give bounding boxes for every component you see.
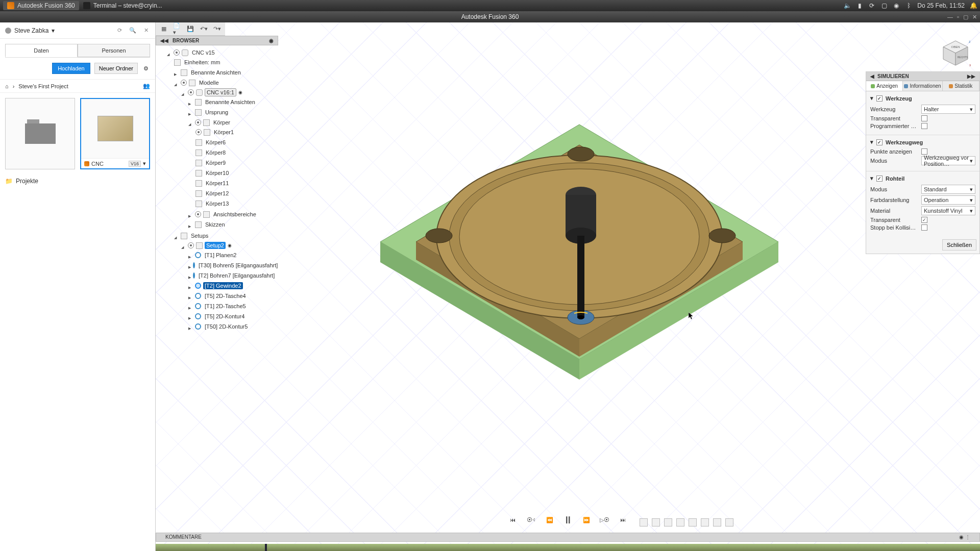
prev-op-icon[interactable]: ⦿◁ [526, 514, 537, 525]
tree-origin[interactable]: Ursprung [188, 108, 276, 117]
tree-body[interactable]: Körper1 [195, 128, 276, 137]
checkbox-toolpath[interactable]: ✓ [876, 139, 883, 145]
breadcrumb-project[interactable]: Steve's First Project [18, 83, 68, 89]
maximize-button[interactable]: ▢ [963, 14, 968, 20]
select-stock-mode[interactable]: Standard▾ [921, 185, 975, 194]
network-icon[interactable]: ◉ [893, 2, 900, 9]
notifications-icon[interactable]: 🔔 [970, 2, 977, 9]
tab-people[interactable]: Personen [78, 44, 150, 57]
checkbox-stock-transparent[interactable]: ✓ [921, 217, 927, 223]
timeline[interactable] [156, 544, 980, 551]
tree-units[interactable]: Einheiten: mm [174, 58, 276, 67]
tree-named-views-2[interactable]: Benannte Ansichten [188, 97, 276, 107]
tree-body[interactable]: Körper13 [195, 199, 276, 208]
checkbox-stop-collision[interactable] [921, 224, 927, 231]
viewport[interactable]: ▦ 📄▾ 💾 ↶▾ ↷▾ ◀◀ BROWSER ◉ CNC v15 Einhei… [156, 22, 980, 551]
tab-data[interactable]: Daten [5, 44, 78, 57]
tree-body[interactable]: Körper8 [195, 148, 276, 157]
new-folder-button[interactable]: Neuer Ordner [94, 63, 138, 74]
skip-end-icon[interactable]: ⏭ [618, 514, 629, 525]
sim-tab-info[interactable]: Informationen [903, 81, 942, 91]
next-op-icon[interactable]: ▷⦿ [599, 514, 610, 525]
upload-button[interactable]: Hochladen [52, 63, 90, 74]
sim-tab-display[interactable]: Anzeigen [866, 81, 903, 91]
section-toolpath[interactable]: ▾✓Werkzeugweg [870, 137, 975, 147]
simulate-header[interactable]: ◀ SIMULIEREN ▶▶ [866, 72, 979, 81]
tree-operation[interactable]: [T30] Bohren5 [Eilgangausfahrt] [188, 261, 276, 270]
tree-body[interactable]: Körper9 [195, 158, 276, 167]
tree-body[interactable]: Körper10 [195, 168, 276, 178]
grid-icon[interactable]: ▦ [160, 25, 168, 33]
tree-setups[interactable]: Setups [174, 231, 276, 240]
select-toolpath-mode[interactable]: Werkzeugweg vor Position…▾ [921, 156, 975, 165]
grid-settings-icon[interactable] [713, 518, 721, 527]
close-panel-icon[interactable]: ✕ [142, 27, 150, 35]
fit-icon[interactable] [689, 518, 697, 527]
checkbox-show-points[interactable] [921, 148, 927, 155]
taskbar-item-fusion[interactable]: Autodesk Fusion 360 [3, 1, 79, 10]
viewports-icon[interactable] [725, 518, 733, 527]
checkbox-programmed[interactable] [921, 123, 927, 129]
tree-models[interactable]: Modelle [174, 78, 276, 87]
minimize-button[interactable]: — [947, 14, 953, 20]
tree-operation[interactable]: [T2] Bohren7 [Eilgangausfahrt] [188, 271, 276, 280]
tree-named-views[interactable]: Benannte Ansichten [174, 68, 276, 77]
close-sim-button[interactable]: Schließen [942, 239, 976, 251]
collapse-icon[interactable]: ◀◀ [160, 38, 168, 43]
tree-operation[interactable]: [T1] Planen2 [188, 251, 276, 260]
user-menu[interactable]: Steve Zabka ▾ [5, 27, 55, 34]
folder-thumb[interactable] [5, 98, 75, 169]
tree-operation[interactable]: [T2] Gewinde2 [188, 281, 276, 290]
save-icon[interactable]: 💾 [186, 25, 194, 33]
tree-body[interactable]: Körper12 [195, 189, 276, 198]
pause-icon[interactable]: ⏸ [562, 514, 574, 525]
comments-bar[interactable]: KOMMENTARE ◉ ⋮ [156, 533, 980, 542]
volume-icon[interactable]: 🔈 [844, 2, 851, 9]
tree-sketches[interactable]: Skizzen [188, 220, 276, 229]
taskbar-item-terminal[interactable]: Terminal – steve@cryin... [79, 1, 166, 10]
screen-icon[interactable]: ▢ [880, 2, 888, 9]
checkbox-stock[interactable]: ✓ [876, 176, 883, 182]
battery-icon[interactable]: ▮ [856, 2, 863, 9]
select-coloring[interactable]: Operation▾ [921, 195, 975, 205]
close-button[interactable]: ✕ [972, 14, 977, 20]
restore-button[interactable]: ▫ [957, 14, 959, 20]
pan-icon[interactable] [664, 518, 672, 527]
home-icon[interactable]: ⌂ [5, 83, 9, 89]
checkbox-tool[interactable]: ✓ [876, 95, 883, 102]
people-small-icon[interactable]: 👥 [143, 83, 150, 89]
bluetooth-icon[interactable]: ᛒ [905, 2, 912, 9]
display-icon[interactable] [701, 518, 709, 527]
collapse-icon[interactable]: ◀ [870, 73, 874, 79]
radio-icon[interactable]: ◉ [269, 38, 274, 43]
gear-icon[interactable]: ⚙ [142, 64, 150, 72]
tree-setup2[interactable]: Setup2 ◉ [181, 241, 276, 250]
select-tool-mode[interactable]: Halter▾ [921, 105, 975, 114]
sim-tab-stats[interactable]: Statistik [943, 81, 979, 91]
expand-icon[interactable]: ▶▶ [967, 73, 975, 79]
chevron-down-icon[interactable]: ▾ [143, 160, 146, 167]
redo-icon[interactable]: ↷▾ [213, 25, 221, 33]
timeline-marker[interactable] [265, 544, 267, 551]
orbit-icon[interactable] [640, 518, 648, 527]
tree-view-areas[interactable]: Ansichtsbereiche [188, 210, 276, 219]
tree-model-node[interactable]: CNC v16:1 ◉ [181, 88, 276, 97]
zoom-icon[interactable] [676, 518, 684, 527]
tree-operation[interactable]: [T50] 2D-Kontur5 [188, 322, 276, 331]
view-cube[interactable]: OBEN RECHTS z x [940, 38, 971, 68]
skip-start-icon[interactable]: ⏮ [507, 514, 519, 525]
tree-root[interactable]: CNC v15 [167, 48, 276, 57]
rewind-icon[interactable]: ⏪ [544, 514, 555, 525]
tree-bodies[interactable]: Körper [188, 118, 276, 127]
sync-icon[interactable]: ⟳ [868, 2, 875, 9]
tree-operation[interactable]: [T5] 2D-Kontur4 [188, 312, 276, 321]
checkbox-tool-transparent[interactable] [921, 115, 927, 121]
file-icon[interactable]: 📄▾ [173, 25, 181, 33]
section-tool[interactable]: ▾✓Werkzeug [870, 93, 975, 103]
refresh-icon[interactable]: ⟳ [115, 27, 124, 35]
tree-body[interactable]: Körper11 [195, 179, 276, 188]
tree-operation[interactable]: [T5] 2D-Tasche4 [188, 291, 276, 300]
undo-icon[interactable]: ↶▾ [200, 25, 208, 33]
breadcrumb[interactable]: ⌂ › Steve's First Project 👥 [0, 79, 155, 93]
tree-body[interactable]: Körper6 [195, 138, 276, 147]
